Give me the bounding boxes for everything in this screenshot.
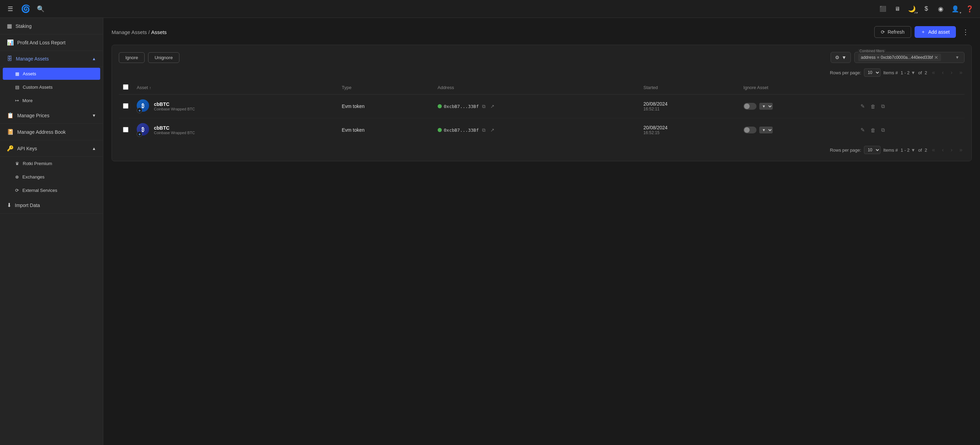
help-icon[interactable]: ❓ (965, 4, 975, 14)
sidebar-sub-item-rotki-premium[interactable]: ♛ Rotki Premium (0, 157, 103, 170)
copy-btn-1[interactable]: ⧉ (880, 126, 886, 134)
next-page-btn-top[interactable]: › (949, 69, 955, 76)
sidebar-item-profit-loss[interactable]: 📊 Profit And Loss Report (0, 34, 103, 51)
edit-btn-0[interactable]: ✎ (859, 103, 866, 110)
sidebar-sub-item-assets[interactable]: ▦ Assets (3, 68, 100, 80)
last-page-btn-top[interactable]: » (957, 69, 964, 76)
more-options-button[interactable]: ⋮ (959, 27, 972, 38)
select-all-checkbox[interactable] (123, 84, 129, 90)
sidebar-item-manage-assets[interactable]: 🗄 Manage Assets ▲ (0, 51, 103, 67)
refresh-button[interactable]: ⟳ Refresh (874, 26, 911, 38)
th-address: Address (434, 81, 640, 95)
sidebar-item-staking[interactable]: ▦ Staking (0, 18, 103, 34)
filter-box-dropdown-arrow[interactable]: ▼ (954, 54, 961, 61)
sidebar-sub-item-external-services[interactable]: ⟳ External Services (0, 184, 103, 197)
topbar-left: ☰ 🌀 🔍 (5, 4, 45, 14)
ignore-toggle-dropdown-0[interactable]: ▼ (759, 103, 773, 110)
display-icon[interactable]: 🖥 (892, 4, 902, 14)
row-asset-cell-1: ₿ ◈ cbBTC Coinbase Wrapped BTC (132, 118, 338, 142)
currency-icon[interactable]: $ (921, 4, 931, 14)
code-icon[interactable]: ⬛ (878, 4, 888, 14)
prev-page-btn-bottom[interactable]: ‹ (940, 146, 945, 154)
sidebar-item-profit-loss-label: Profit And Loss Report (17, 40, 65, 45)
sidebar-item-manage-address-book[interactable]: 📔 Manage Address Book (0, 124, 103, 140)
last-page-btn-bottom[interactable]: » (957, 146, 964, 154)
manage-prices-chevron: ▼ (92, 113, 96, 118)
filter-remove-button[interactable]: ✕ (934, 55, 938, 60)
asset-symbol-0: cbBTC (154, 101, 195, 107)
ignore-toggle-0[interactable] (743, 103, 757, 110)
row-checkbox-0[interactable] (123, 103, 129, 109)
rows-per-page-select-top[interactable]: 10 25 50 (864, 68, 880, 77)
asset-symbol-1: cbBTC (154, 125, 195, 131)
address-cell-1: 0xcbB7...33Bf ⧉ ↗ (438, 127, 635, 134)
items-range-dropdown-top[interactable]: ▼ (911, 70, 916, 75)
asset-logo-wrapper-1: ₿ ◈ (137, 123, 151, 137)
copy-address-btn-1[interactable]: ⧉ (481, 127, 487, 134)
copy-address-btn-0[interactable]: ⧉ (481, 103, 487, 110)
custom-assets-icon: ▤ (15, 85, 19, 90)
toggle-container-0: ▼ (743, 103, 851, 110)
items-range-top: 1 - 2 ▼ (901, 70, 916, 75)
edit-btn-1[interactable]: ✎ (859, 126, 866, 134)
sidebar: ▦ Staking 📊 Profit And Loss Report 🗄 Man… (0, 18, 103, 445)
asset-logo-wrapper-0: ₿ ◈ (137, 100, 151, 113)
items-label-top: Items # (883, 70, 898, 75)
delete-btn-1[interactable]: 🗑 (869, 127, 877, 134)
search-icon[interactable]: 🔍 (36, 4, 45, 14)
prev-page-btn-top[interactable]: ‹ (940, 69, 945, 76)
total-bottom: 2 (924, 147, 927, 153)
rotki-premium-icon: ♛ (15, 161, 19, 166)
next-page-btn-bottom[interactable]: › (949, 146, 955, 154)
row-checkbox-1[interactable] (123, 127, 129, 132)
sidebar-item-api-keys[interactable]: 🔑 API Keys ▲ (0, 140, 103, 157)
ignore-toggle-dropdown-1[interactable]: ▼ (759, 127, 773, 133)
row-ignore-cell-0: ▼ (739, 95, 855, 118)
sidebar-item-manage-prices[interactable]: 📋 Manage Prices ▼ (0, 107, 103, 124)
sidebar-item-import-data-label: Import Data (15, 203, 40, 208)
logo-icon[interactable]: 🌀 (21, 4, 30, 14)
items-range-bottom: 1 - 2 ▼ (901, 147, 916, 153)
copy-btn-0[interactable]: ⧉ (880, 103, 886, 110)
delete-btn-0[interactable]: 🗑 (869, 103, 877, 110)
sidebar-item-api-keys-label: API Keys (17, 146, 37, 151)
action-btns-1: ✎ 🗑 ⧉ (859, 126, 960, 134)
breadcrumb: Manage Assets / Assets (111, 29, 167, 35)
sidebar-sub-item-more-label: More (22, 98, 33, 103)
add-asset-button[interactable]: ＋ Add asset (915, 26, 956, 38)
account-icon[interactable]: 👤 ▾ (950, 4, 960, 14)
sidebar-item-import-data[interactable]: ⬇ Import Data (0, 197, 103, 214)
sidebar-sub-item-more[interactable]: ↦ More (0, 94, 103, 107)
breadcrumb-parent[interactable]: Manage Assets (111, 29, 147, 35)
items-range-dropdown-bottom[interactable]: ▼ (911, 147, 916, 153)
sidebar-sub-item-exchanges[interactable]: ⊕ Exchanges (0, 170, 103, 184)
asset-type-1: Evm token (342, 127, 365, 133)
filter-options-button[interactable]: ⚙ ▼ (830, 52, 851, 63)
combined-filters-box: Combined filters address = 0xcbb7c0000a.… (854, 52, 964, 63)
row-started-cell-0: 20/08/2024 16:52:11 (640, 95, 739, 118)
sidebar-sub-item-custom-assets[interactable]: ▤ Custom Assets (0, 81, 103, 94)
pagination-bottom: Rows per page: 10 25 50 Items # 1 - 2 ▼ … (119, 146, 964, 154)
rows-per-page-select-bottom[interactable]: 10 25 50 (864, 146, 880, 154)
row-actions-cell-0: ✎ 🗑 ⧉ (855, 95, 964, 118)
sidebar-sub-item-custom-assets-label: Custom Assets (23, 85, 52, 90)
asset-cell-0: ₿ ◈ cbBTC Coinbase Wrapped BTC (137, 100, 334, 113)
first-page-btn-top[interactable]: « (930, 69, 937, 76)
first-page-btn-bottom[interactable]: « (930, 146, 937, 154)
assets-table: Asset ↑ Type Address Started (119, 81, 964, 142)
of-label-bottom: of (918, 147, 922, 153)
unignore-button[interactable]: Unignore (148, 52, 180, 63)
refresh-label: Refresh (888, 29, 905, 35)
started-time-0: 16:52:11 (644, 107, 735, 111)
ignore-button[interactable]: Ignore (119, 52, 145, 63)
filter-field: address (861, 55, 876, 60)
theme-icon[interactable]: 🌙 A▾ (907, 4, 916, 14)
settings-icon[interactable]: ◉ (936, 4, 945, 14)
ignore-toggle-1[interactable] (743, 127, 757, 133)
open-address-btn-0[interactable]: ↗ (489, 103, 496, 110)
open-address-btn-1[interactable]: ↗ (489, 127, 496, 133)
sort-asset-icon[interactable]: ↑ (150, 86, 151, 90)
hamburger-icon[interactable]: ☰ (5, 4, 15, 14)
layout: ▦ Staking 📊 Profit And Loss Report 🗄 Man… (0, 18, 980, 445)
th-checkbox (119, 81, 132, 95)
